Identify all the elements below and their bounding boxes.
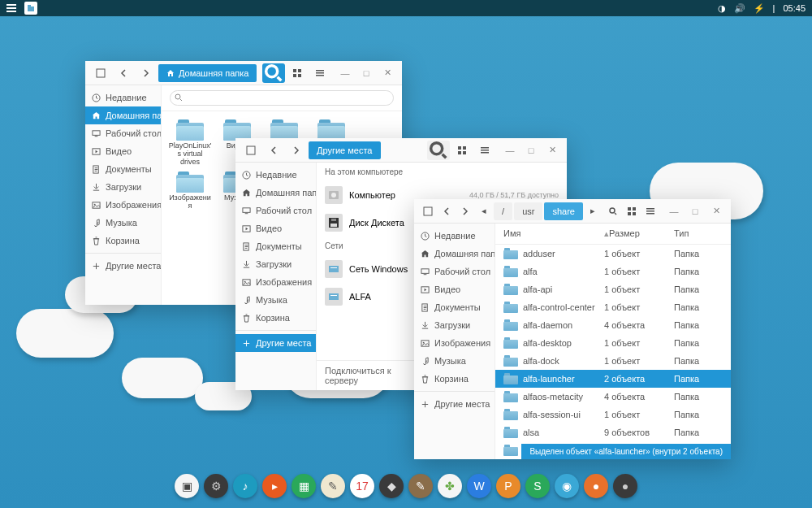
- sidebar-item-other[interactable]: Другие места: [235, 334, 316, 352]
- sidebar-item-recent[interactable]: Недавние: [235, 166, 316, 184]
- sidebar-item-trash[interactable]: Корзина: [85, 232, 161, 250]
- maximize-button[interactable]: □: [685, 202, 705, 221]
- minimize-button[interactable]: —: [335, 63, 355, 83]
- breadcrumb-share[interactable]: share: [544, 202, 583, 220]
- sidebar-item-trash[interactable]: Корзина: [414, 370, 495, 388]
- table-row[interactable]: alfa-desktop1 объектПапка: [495, 334, 731, 352]
- close-button[interactable]: ✕: [542, 141, 562, 160]
- sidebar-item-recent[interactable]: Недавние: [414, 227, 495, 245]
- path-toggle-icon[interactable]: [240, 141, 261, 160]
- battery-icon[interactable]: ⚡: [754, 3, 765, 14]
- dock-inkscape[interactable]: ◆: [379, 474, 404, 498]
- path-toggle-icon[interactable]: [419, 202, 436, 221]
- list-header[interactable]: Имя ▴ Размер Тип: [495, 224, 731, 245]
- sidebar-item-documents[interactable]: Документы: [235, 237, 316, 255]
- sidebar-item-music[interactable]: Музыка: [414, 352, 495, 370]
- close-button[interactable]: ✕: [378, 63, 397, 83]
- sidebar-item-images[interactable]: Изображения: [85, 196, 161, 214]
- icon-view-button[interactable]: [624, 202, 641, 221]
- sidebar-item-desktop[interactable]: Рабочий стол: [414, 263, 495, 280]
- sidebar-item-desktop[interactable]: Рабочий стол: [85, 124, 161, 142]
- maximize-button[interactable]: □: [356, 63, 376, 83]
- table-row[interactable]: alfaos-metacity4 объектаПапка: [495, 388, 731, 406]
- table-row[interactable]: alfa-control-center1 объектПапка: [495, 298, 731, 316]
- minimize-button[interactable]: —: [664, 202, 684, 221]
- dock-playonlinux[interactable]: ✤: [438, 474, 462, 498]
- table-row[interactable]: alsa9 объектовПапка: [495, 423, 731, 441]
- sidebar-item-desktop[interactable]: Рабочий стол: [235, 202, 316, 219]
- volume-icon[interactable]: 🔊: [734, 3, 745, 14]
- sidebar-item-video[interactable]: Видео: [85, 142, 161, 160]
- path-prev-icon[interactable]: ◂: [475, 202, 492, 221]
- list-view-button[interactable]: [309, 63, 330, 83]
- dock-notes[interactable]: ✎: [321, 474, 345, 498]
- breadcrumb-other-places[interactable]: Другие места: [309, 141, 381, 159]
- sidebar-item-documents[interactable]: Документы: [414, 298, 495, 316]
- dock-spreadsheet[interactable]: ▦: [292, 474, 316, 498]
- forward-button[interactable]: [286, 141, 307, 160]
- sidebar-item-video[interactable]: Видео: [414, 280, 495, 298]
- sidebar-item-other[interactable]: Другие места: [85, 257, 161, 275]
- table-row[interactable]: adduser1 объектПапка: [495, 245, 731, 263]
- list-view-button[interactable]: [474, 141, 495, 160]
- dock-browser1[interactable]: ◉: [555, 474, 579, 498]
- table-row[interactable]: alfa-session-ui1 объектПапка: [495, 406, 731, 423]
- dock-terminal[interactable]: ●: [613, 474, 637, 498]
- sidebar-item-home[interactable]: Домашняя папка: [235, 184, 316, 202]
- sidebar-item-other[interactable]: Другие места: [414, 395, 495, 413]
- dock-wps-spreadsheet[interactable]: S: [525, 474, 550, 498]
- minimize-button[interactable]: —: [500, 141, 520, 160]
- table-row[interactable]: alfa-api1 объектПапка: [495, 280, 731, 298]
- titlebar[interactable]: ◂ / usr share ▸ — □ ✕: [414, 199, 731, 224]
- task-files-icon[interactable]: [24, 2, 37, 15]
- sidebar-item-music[interactable]: Музыка: [85, 214, 161, 232]
- dock-calendar[interactable]: 17: [350, 474, 374, 498]
- list-view-button[interactable]: [642, 202, 659, 221]
- dock-firefox[interactable]: ●: [584, 474, 608, 498]
- titlebar[interactable]: Домашняя папка — □ ✕: [85, 61, 402, 85]
- table-row[interactable]: alfa-dock1 объектПапка: [495, 352, 731, 370]
- search-button[interactable]: [427, 141, 450, 160]
- search-button[interactable]: [605, 202, 622, 221]
- sidebar-item-documents[interactable]: Документы: [85, 160, 161, 178]
- dock-video[interactable]: ▸: [262, 474, 287, 498]
- folder-item[interactable]: PlayOnLinux's virtual drives: [168, 118, 212, 167]
- maximize-button[interactable]: □: [521, 141, 541, 160]
- sidebar-item-downloads[interactable]: Загрузки: [85, 178, 161, 196]
- sidebar-item-home[interactable]: Домашняя папка: [414, 245, 495, 263]
- breadcrumb-home[interactable]: Домашняя папка: [158, 64, 257, 82]
- folder-item[interactable]: Изображения: [168, 170, 212, 211]
- sidebar-item-home[interactable]: Домашняя папка: [85, 106, 161, 124]
- sidebar-item-images[interactable]: Изображения: [414, 334, 495, 352]
- sidebar-item-music[interactable]: Музыка: [235, 291, 316, 309]
- search-button[interactable]: [262, 63, 285, 83]
- table-row[interactable]: alfa-launcher2 объектаПапка: [495, 370, 731, 388]
- col-name[interactable]: Имя: [503, 228, 604, 239]
- network-icon[interactable]: ◑: [718, 3, 726, 14]
- menu-button[interactable]: [6, 4, 16, 12]
- sidebar-item-downloads[interactable]: Загрузки: [235, 255, 316, 273]
- sidebar-item-video[interactable]: Видео: [235, 219, 316, 237]
- icon-view-button[interactable]: [287, 63, 308, 83]
- search-input[interactable]: [170, 90, 394, 106]
- sidebar-item-recent[interactable]: Недавние: [85, 89, 161, 106]
- dock-settings[interactable]: ⚙: [204, 474, 228, 498]
- col-type[interactable]: Тип: [674, 228, 723, 239]
- forward-button[interactable]: [456, 202, 473, 221]
- back-button[interactable]: [438, 202, 455, 221]
- table-row[interactable]: alfa1 объектПапка: [495, 263, 731, 280]
- forward-button[interactable]: [136, 63, 157, 83]
- sidebar-item-trash[interactable]: Корзина: [235, 309, 316, 327]
- breadcrumb-usr[interactable]: usr: [514, 202, 542, 220]
- close-button[interactable]: ✕: [706, 202, 726, 221]
- back-button[interactable]: [113, 63, 134, 83]
- icon-view-button[interactable]: [451, 141, 473, 160]
- sidebar-item-downloads[interactable]: Загрузки: [414, 316, 495, 334]
- breadcrumb-root[interactable]: /: [494, 202, 512, 220]
- dock-gimp[interactable]: ✎: [408, 474, 433, 498]
- col-size[interactable]: Размер: [609, 228, 674, 239]
- dock-files[interactable]: ▣: [175, 474, 199, 498]
- table-row[interactable]: alfa-daemon4 объектаПапка: [495, 316, 731, 334]
- path-toggle-icon[interactable]: [90, 63, 111, 83]
- sidebar-item-images[interactable]: Изображения: [235, 273, 316, 291]
